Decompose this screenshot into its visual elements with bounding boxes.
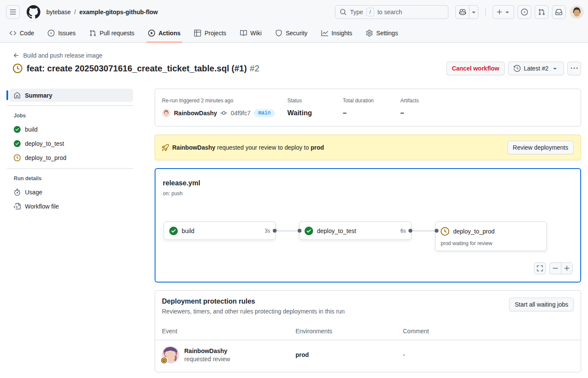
run-number: #2	[250, 64, 259, 74]
sidebar-item-usage[interactable]: Usage	[9, 185, 133, 199]
check-circle-icon	[305, 227, 313, 235]
git-pull-request-icon	[538, 9, 545, 15]
workflow-graph-card: release.yml on: push build 3s deploy_to_…	[155, 168, 581, 283]
gear-icon	[366, 30, 373, 37]
workflow-trigger: on: push	[163, 191, 183, 197]
waiting-badge-icon	[160, 356, 168, 364]
copilot-button[interactable]	[455, 5, 469, 19]
latest-run-dropdown[interactable]: Latest #2	[508, 61, 564, 75]
tab-label: Actions	[158, 30, 180, 37]
hamburger-button[interactable]	[6, 5, 20, 19]
check-circle-icon	[14, 140, 21, 147]
tab-label: Issues	[58, 30, 75, 37]
tab-insights[interactable]: Insights	[318, 24, 356, 42]
run-menu-button[interactable]	[567, 61, 581, 75]
graph-zoom-in-button[interactable]	[561, 262, 573, 274]
plus-icon	[496, 9, 503, 15]
tab-code[interactable]: Code	[6, 24, 37, 42]
play-icon	[148, 30, 155, 37]
cancel-workflow-button[interactable]: Cancel workflow	[446, 61, 505, 75]
tab-settings[interactable]: Settings	[363, 24, 402, 42]
breadcrumb-owner[interactable]: bytebase	[46, 9, 71, 15]
tab-issues[interactable]: Issues	[44, 24, 79, 42]
start-waiting-jobs-button[interactable]: Start all waiting jobs	[509, 298, 574, 311]
status-label: Status	[287, 98, 343, 104]
sidebar-job-build[interactable]: build	[9, 122, 133, 136]
back-link[interactable]: Build and push release image	[13, 52, 102, 59]
tab-label: Insights	[332, 30, 352, 37]
graph-node-duration: 3s	[265, 228, 270, 234]
file-code-icon	[14, 203, 21, 210]
table-icon	[194, 30, 201, 37]
graph-node-duration: 6s	[400, 228, 406, 234]
graph-connector	[410, 230, 436, 231]
rerun-trigger-text: Re-run triggered 2 minutes ago	[162, 98, 287, 104]
tab-security[interactable]: Security	[272, 24, 311, 42]
sidebar-divider	[7, 105, 133, 106]
sidebar-job-deploy-to-prod[interactable]: deploy_to_prod	[9, 151, 133, 165]
app-header: bytebase / example-gitops-github-flow Ty…	[0, 0, 588, 24]
tab-pull-requests[interactable]: Pull requests	[86, 24, 138, 42]
sidebar-workflow-file-label: Workflow file	[25, 203, 59, 210]
chevron-down-icon	[504, 9, 511, 15]
github-logo[interactable]	[27, 5, 40, 19]
graph-zoom-out-button[interactable]	[549, 262, 561, 274]
tab-label: Pull requests	[100, 30, 134, 37]
column-event: Event	[162, 328, 296, 335]
graph-connector	[274, 230, 299, 231]
status-column: Status Waiting	[287, 98, 343, 117]
actor-name[interactable]: RainbowDashy	[174, 110, 217, 117]
inbox-button[interactable]	[552, 5, 566, 19]
sidebar-divider	[7, 168, 133, 169]
graph-node-build[interactable]: build 3s	[164, 221, 276, 240]
back-link-label: Build and push release image	[23, 52, 102, 59]
chevron-down-icon	[551, 65, 558, 72]
graph-dot	[273, 229, 277, 233]
header-divider	[485, 8, 486, 16]
issues-button[interactable]	[518, 5, 531, 19]
sidebar-item-workflow-file[interactable]: Workflow file	[9, 199, 133, 213]
artifacts-label: Artifacts	[400, 98, 456, 104]
protection-rules-title: Deployment protection rules	[162, 298, 345, 305]
graph-node-deploy-to-test[interactable]: deploy_to_test 6s	[299, 221, 411, 240]
graph-fullscreen-button[interactable]	[534, 262, 546, 274]
chevron-down-icon	[470, 9, 477, 15]
column-comment: Comment	[403, 328, 574, 335]
tab-label: Security	[286, 30, 308, 37]
run-title-text: feat: create 202503071616_create_ticket_…	[27, 64, 247, 74]
book-icon	[240, 30, 247, 37]
pull-requests-button[interactable]	[535, 5, 548, 19]
create-new-button[interactable]	[493, 5, 514, 19]
header-actions: Type / to search	[335, 5, 584, 19]
breadcrumb-repo[interactable]: example-gitops-github-flow	[79, 9, 158, 15]
screen-full-icon	[536, 265, 543, 272]
search-input[interactable]: Type / to search	[335, 5, 448, 19]
tab-label: Projects	[204, 30, 226, 37]
copilot-menu-button[interactable]	[469, 5, 478, 19]
run-summary-card: Re-run triggered 2 minutes ago RainbowDa…	[155, 89, 581, 126]
tab-projects[interactable]: Projects	[191, 24, 230, 42]
tab-wiki[interactable]: Wiki	[237, 24, 265, 42]
repo-nav: Code Issues Pull requests Actions Projec…	[0, 24, 588, 43]
check-circle-icon	[14, 126, 21, 133]
graph-node-deploy-to-prod[interactable]: deploy_to_prod prod waiting for review	[435, 221, 547, 251]
sidebar-job-label: build	[25, 126, 38, 133]
user-avatar[interactable]	[570, 5, 584, 19]
stopwatch-icon	[14, 189, 21, 196]
home-icon	[14, 92, 21, 99]
sidebar-usage-label: Usage	[25, 189, 42, 196]
clock-icon	[441, 227, 449, 236]
tab-actions[interactable]: Actions	[145, 24, 184, 42]
plus-icon	[564, 265, 570, 272]
run-main: Re-run triggered 2 minutes ago RainbowDa…	[155, 89, 581, 372]
commit-sha[interactable]: 04f9fc7	[231, 110, 250, 117]
run-title: feat: create 202503071616_create_ticket_…	[27, 64, 259, 74]
page-layout: Summary Jobs build deploy_to_test deploy…	[0, 89, 588, 372]
review-deployments-button[interactable]: Review deployments	[507, 141, 574, 154]
rules-table-header: Event Environments Comment	[155, 322, 581, 340]
branch-badge[interactable]: main	[254, 109, 275, 117]
graph-dot	[298, 229, 302, 233]
sidebar-item-summary[interactable]: Summary	[9, 89, 133, 102]
tab-label: Settings	[376, 30, 398, 37]
sidebar-job-deploy-to-test[interactable]: deploy_to_test	[9, 136, 133, 151]
